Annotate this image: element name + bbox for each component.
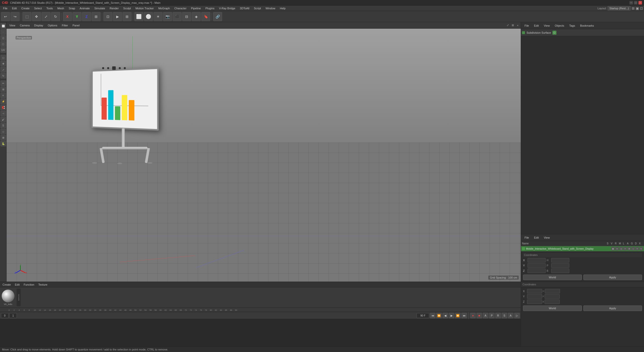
btn-next-key[interactable]: ⏩ <box>455 313 461 318</box>
menu-motion-tracker[interactable]: Motion Tracker <box>133 6 156 10</box>
x-axis-button[interactable]: X <box>63 12 72 21</box>
btn-autokey[interactable]: A <box>483 313 488 318</box>
layout-icon1[interactable]: ⊞ <box>632 6 635 10</box>
menu-window[interactable]: Window <box>263 6 277 10</box>
viewport-maximize-icon[interactable]: ⤢ <box>506 23 510 27</box>
btn-prev-key[interactable]: ⏪ <box>436 313 442 318</box>
lt-knife[interactable]: ⚡ <box>1 99 6 104</box>
minimize-button[interactable]: ─ <box>629 1 633 5</box>
lt-extrude[interactable]: ⊞ <box>1 86 6 92</box>
menu-edit[interactable]: Edit <box>10 6 19 10</box>
obj-ctrl-2[interactable]: ● <box>615 247 619 250</box>
select-tool-button[interactable]: ⬚ <box>22 12 31 21</box>
menu-plugins[interactable]: Plugins <box>203 6 216 10</box>
menu-pipeline[interactable]: Pipeline <box>189 6 203 10</box>
btn-go-start[interactable]: ⏮ <box>430 313 435 318</box>
vp-tab-camera[interactable]: Camera <box>18 23 31 28</box>
lt-paint[interactable]: S <box>1 123 6 128</box>
coord-p-val[interactable] <box>551 263 569 268</box>
obj-ctrl-3[interactable]: ◎ <box>619 247 623 250</box>
whiteboard-3d-object[interactable] <box>82 54 170 167</box>
lt-python[interactable]: 🐍 <box>1 141 6 146</box>
x-pos-input[interactable] <box>527 289 542 293</box>
vp-tab-display[interactable]: Display <box>32 23 45 28</box>
vp-tab-filter[interactable]: Filter <box>60 23 70 28</box>
btn-key-all[interactable]: A <box>508 313 513 318</box>
menu-select[interactable]: Select <box>32 6 44 10</box>
obj-view-menu[interactable]: View <box>542 24 552 28</box>
snap-button[interactable]: 🔗 <box>213 12 222 21</box>
btn-key-scale[interactable]: S <box>502 313 507 318</box>
layout-icon2[interactable]: ▣ <box>636 6 639 10</box>
lt-selection[interactable]: ◻ <box>1 55 6 60</box>
y-pos-input[interactable] <box>527 294 542 299</box>
menu-snap[interactable]: Snap <box>67 6 77 10</box>
menu-sculpt[interactable]: Sculpt <box>121 6 133 10</box>
menu-animate[interactable]: Animate <box>78 6 92 10</box>
lt-mode-points[interactable]: · <box>1 29 6 35</box>
undo-button[interactable]: ↩ <box>1 12 10 21</box>
menu-file[interactable]: File <box>1 6 10 10</box>
timeline-track[interactable] <box>0 319 521 346</box>
light-button[interactable]: ☀ <box>153 12 163 21</box>
frame-end-field[interactable]: 1 <box>9 313 17 318</box>
mat-create[interactable]: Create <box>2 283 12 287</box>
btn-go-end[interactable]: ⏭ <box>461 313 467 318</box>
menu-mesh[interactable]: Mesh <box>55 6 66 10</box>
menu-simulate[interactable]: Simulate <box>92 6 107 10</box>
menu-vray-bridge[interactable]: V-Ray Bridge <box>217 6 237 10</box>
obj-list-item-whiteboard[interactable]: Mobile_Interactive_Whiteboard_Stand_with… <box>521 246 644 251</box>
render-active-button[interactable]: ▶ <box>113 12 122 21</box>
coord-x-pos[interactable] <box>528 258 546 262</box>
obj-tags-menu[interactable]: Tags <box>567 24 577 28</box>
lt-mode-model[interactable]: ⬜ <box>1 23 6 29</box>
current-frame-field[interactable]: 90 F <box>417 313 429 318</box>
attr-view-menu[interactable]: View <box>542 236 552 240</box>
obj-ctrl-6[interactable]: ◇ <box>631 247 635 250</box>
menu-help[interactable]: Help <box>278 6 288 10</box>
btn-key-rot[interactable]: R <box>495 313 501 318</box>
sphere-button[interactable]: ⚪ <box>144 12 153 21</box>
scale-tool-button[interactable]: ⤢ <box>42 12 51 21</box>
mat-sphere[interactable] <box>2 289 15 302</box>
obj-objects-menu[interactable]: Objects <box>553 24 566 28</box>
btn-play-fwd[interactable]: ▶ <box>449 313 454 318</box>
obj-ctrl-7[interactable]: ≡ <box>635 247 639 250</box>
coord-b-val[interactable] <box>551 269 569 273</box>
lt-mirror[interactable]: ⊣ <box>1 111 6 116</box>
lt-mode-edges[interactable]: ⟨⟩ <box>1 35 6 41</box>
layout-icon3[interactable]: ⊡ <box>640 6 643 10</box>
world-coord-button[interactable]: ⊞ <box>92 12 101 21</box>
mat-edit[interactable]: Edit <box>14 283 21 287</box>
obj-manager-content[interactable] <box>521 36 644 234</box>
maximize-button[interactable]: □ <box>634 1 637 5</box>
btn-record[interactable]: ● <box>470 313 476 318</box>
btn-preview[interactable]: ▷ <box>514 313 520 318</box>
rotate-tool-button[interactable]: ↻ <box>51 12 60 21</box>
vp-tab-options[interactable]: Options <box>46 23 59 28</box>
menu-render[interactable]: Render <box>108 6 121 10</box>
lt-mode-uv[interactable]: UV <box>1 47 6 53</box>
close-button[interactable]: × <box>638 1 642 5</box>
world-btn[interactable]: World <box>523 305 582 311</box>
render-picture-button[interactable]: ⊞ <box>123 12 132 21</box>
obj-bookmarks-menu[interactable]: Bookmarks <box>578 24 596 28</box>
obj-ctrl-1[interactable]: ▣ <box>611 247 615 250</box>
deform-button[interactable]: ⊟ <box>182 12 191 21</box>
menu-tools[interactable]: Tools <box>44 6 55 10</box>
lt-array[interactable]: ⊠ <box>1 135 6 140</box>
redo-button[interactable]: ↪ <box>11 12 20 21</box>
layout-selector[interactable]: Startup (Rest...) <box>608 6 631 11</box>
attr-edit-menu[interactable]: Edit <box>532 236 541 240</box>
coord-h-val[interactable] <box>551 258 569 262</box>
viewport-float-icon[interactable]: ⊞ <box>511 23 515 27</box>
menu-mograph[interactable]: MoGraph <box>156 6 172 10</box>
attr-file-menu[interactable]: File <box>522 236 531 240</box>
lt-magnet[interactable]: 🧲 <box>1 105 6 110</box>
lt-brush[interactable]: 🖌 <box>1 117 6 122</box>
apply-button[interactable]: Apply <box>583 275 642 280</box>
lt-bridge[interactable]: ≡ <box>1 93 6 98</box>
z-axis-button[interactable]: Z <box>82 12 91 21</box>
lt-scale[interactable]: ⤢ <box>1 67 6 72</box>
h-input[interactable] <box>545 289 560 293</box>
